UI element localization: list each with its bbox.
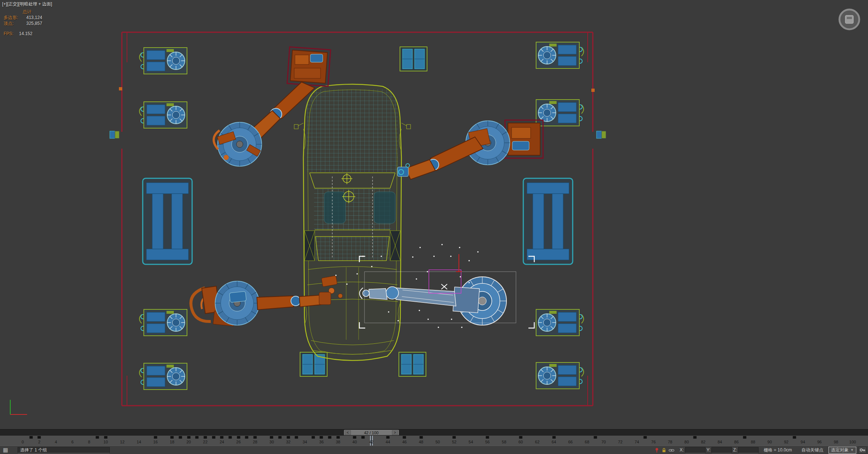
track-bar-key[interactable]: [519, 436, 522, 439]
track-bar-key[interactable]: [328, 436, 332, 439]
auto-key-button[interactable]: 自动关键点: [798, 447, 826, 454]
pivot-cross: [441, 284, 447, 289]
track-bar-key[interactable]: [552, 436, 555, 439]
track-bar-key[interactable]: [237, 436, 240, 439]
prev-frame-button[interactable]: <: [345, 430, 351, 435]
fence-gate-marker-right[interactable]: [591, 89, 606, 138]
ruler-frame-label: 34: [303, 440, 307, 444]
track-bar-key[interactable]: [453, 436, 456, 439]
z-coordinate-field[interactable]: [738, 447, 759, 453]
track-bar-key[interactable]: [594, 436, 597, 439]
ruler-frame-label: 50: [435, 440, 440, 444]
stats-fps-row: FPS: 14.152: [4, 31, 42, 37]
ruler-frame-label: 92: [784, 440, 788, 444]
x-label: X:: [680, 447, 684, 453]
ruler-frame-label: 30: [269, 440, 274, 444]
viewport-scene[interactable]: [0, 0, 868, 429]
ruler-frame-label: 94: [801, 440, 805, 444]
robot-arm-right[interactable]: [397, 120, 543, 179]
track-bar-key[interactable]: [29, 436, 33, 439]
track-bar-key[interactable]: [793, 436, 796, 439]
track-bar-key[interactable]: [336, 436, 340, 439]
track-bar-key[interactable]: [311, 436, 315, 439]
track-bar-key[interactable]: [220, 436, 224, 439]
next-frame-button[interactable]: >: [392, 430, 398, 435]
ruler-frame-label: 20: [186, 440, 191, 444]
track-bar-key[interactable]: [361, 436, 364, 439]
track-bar-key[interactable]: [195, 436, 199, 439]
set-key-button[interactable]: [858, 447, 867, 454]
track-bar-key[interactable]: [386, 436, 389, 439]
track-bar-key[interactable]: [419, 436, 423, 439]
track-bar-key[interactable]: [644, 436, 647, 439]
scene-explorer-toggle-icon[interactable]: ▦: [3, 447, 8, 453]
time-slider-track[interactable]: < 42 / 100 >: [0, 429, 868, 435]
ruler-frame-label: 18: [170, 440, 174, 444]
y-coordinate-field[interactable]: [711, 447, 732, 453]
ruler-frame-label: 84: [718, 440, 722, 444]
ruler-frame-label: 28: [253, 440, 257, 444]
ruler-frame-label: 14: [136, 440, 141, 444]
viewport-pov-menu[interactable]: [正交]: [7, 1, 19, 7]
track-bar-key[interactable]: [154, 436, 157, 439]
track-bar-key[interactable]: [203, 436, 207, 439]
grid-size-readout: 栅格 = 10.0cm: [764, 447, 792, 453]
ruler-frame-label: 46: [402, 440, 407, 444]
ruler-frame-label: 54: [469, 440, 473, 444]
viewport-general-menu[interactable]: [+]: [2, 1, 7, 7]
fence-gate-marker-left[interactable]: [110, 87, 122, 138]
xyz-link-icon[interactable]: [669, 447, 674, 453]
ruler-frame-label: 36: [319, 440, 323, 444]
viewport-statistics: 总计 多边形: 413,124 顶点: 325,857 FPS: 14.152: [4, 9, 42, 37]
ruler-frame-label: 98: [834, 440, 838, 444]
track-bar-key[interactable]: [743, 436, 747, 439]
track-bar-key[interactable]: [38, 436, 41, 439]
x-coordinate-field[interactable]: [685, 447, 706, 453]
track-bar-key[interactable]: [287, 436, 290, 439]
track-bar-key[interactable]: [486, 436, 489, 439]
track-bar-key[interactable]: [270, 436, 273, 439]
pin-icon[interactable]: [654, 447, 659, 453]
ruler-frame-label: 0: [22, 440, 24, 444]
time-slider-handle[interactable]: < 42 / 100 >: [344, 430, 399, 435]
track-bar-key[interactable]: [245, 436, 248, 439]
ruler-frame-label: 16: [153, 440, 158, 444]
track-bar-key[interactable]: [212, 436, 215, 439]
track-bar-key[interactable]: [229, 436, 232, 439]
track-bar-key[interactable]: [96, 436, 99, 439]
stats-total-label: 总计: [4, 9, 42, 15]
track-bar-key[interactable]: [254, 436, 257, 439]
track-bar-key[interactable]: [179, 436, 182, 439]
red-helper: [456, 254, 462, 272]
timeline-ruler[interactable]: 0246810121416182022242628303234363840424…: [0, 435, 868, 446]
status-prompt-field: 选择了 1 个组: [18, 447, 110, 453]
steering-wheel-icon[interactable]: [838, 8, 861, 32]
track-bar-key[interactable]: [187, 436, 190, 439]
track-bar-key[interactable]: [104, 436, 107, 439]
car-body-wireframe[interactable]: [294, 84, 411, 361]
viewport-shading-menu[interactable]: [明暗处理 + 边面]: [18, 1, 52, 7]
y-label: Y:: [707, 447, 711, 453]
ruler-frame-label: 44: [386, 440, 390, 444]
z-label: Z:: [733, 447, 737, 453]
key-filter-dropdown[interactable]: 选定对象▼: [828, 447, 856, 454]
track-bar-key[interactable]: [295, 436, 298, 439]
track-bar-key[interactable]: [403, 436, 406, 439]
track-bar-key[interactable]: [171, 436, 174, 439]
track-bar-key[interactable]: [278, 436, 282, 439]
ruler-frame-label: 68: [585, 440, 589, 444]
track-bar-key[interactable]: [353, 436, 356, 439]
ruler-frame-label: 74: [635, 440, 639, 444]
current-frame-display: 42 / 100: [351, 431, 392, 435]
track-bar-key[interactable]: [693, 436, 697, 439]
viewport[interactable]: [+][正交][明暗处理 + 边面] 总计 多边形: 413,124 顶点: 3…: [0, 0, 868, 429]
ruler-frame-label: 70: [601, 440, 606, 444]
ruler-frame-label: 72: [618, 440, 622, 444]
ruler-frame-label: 52: [452, 440, 456, 444]
ruler-frame-label: 40: [352, 440, 357, 444]
ruler-frame-label: 24: [220, 440, 224, 444]
selection-lock-icon[interactable]: [661, 447, 667, 453]
ruler-frame-label: 80: [684, 440, 689, 444]
track-bar-key[interactable]: [320, 436, 323, 439]
ruler-frame-label: 12: [120, 440, 124, 444]
